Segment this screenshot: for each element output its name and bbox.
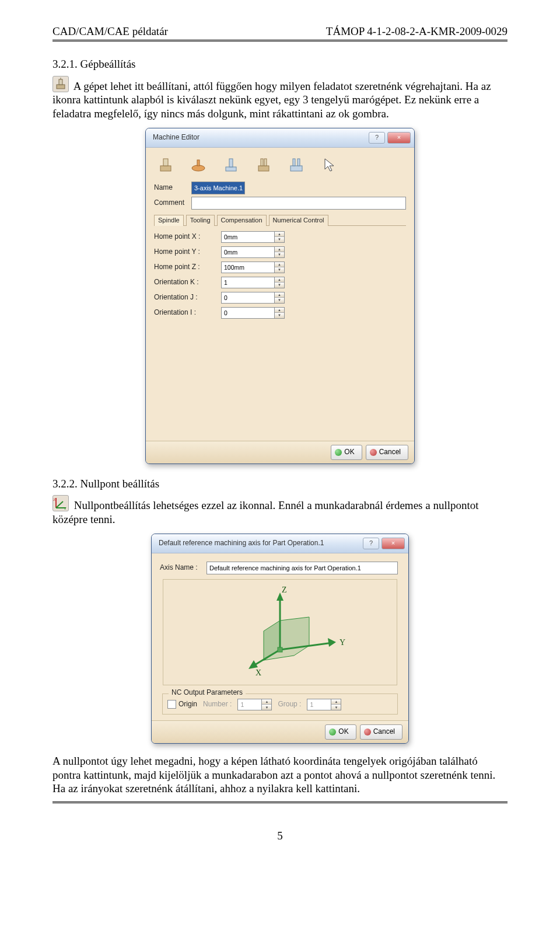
y-axis-label: Y (340, 638, 345, 647)
orient-j-label: Orientation J : (154, 293, 221, 302)
home-x-spinner[interactable]: ▲▼ (221, 231, 285, 243)
svg-text:Y: Y (64, 506, 66, 511)
origin-point (278, 647, 282, 652)
name-input[interactable] (191, 182, 245, 194)
cancel-button[interactable]: Cancel (360, 724, 402, 740)
section-3-2-2-body: Z Y Nullpontbeállítás lehetséges ezzel a… (52, 495, 508, 527)
svg-rect-6 (197, 160, 200, 166)
svg-rect-11 (264, 159, 267, 166)
section-3-2-2-heading: 3.2.2. Nullpont beállítás (52, 477, 508, 491)
axis-dialog: Default reference machining axis for Par… (151, 534, 409, 744)
comment-input[interactable] (191, 197, 406, 210)
machine-4axis-icon[interactable] (253, 156, 274, 175)
axis-name-input[interactable] (206, 562, 398, 574)
home-z-label: Home point Z : (154, 263, 221, 271)
machine-3axis-icon[interactable] (155, 156, 176, 175)
section-3-2-1-body: A gépet lehet itt beállítani, attól függ… (52, 76, 508, 121)
svg-rect-12 (290, 166, 302, 171)
axis-setup-icon: Z Y (52, 495, 69, 511)
help-button[interactable]: ? (363, 538, 379, 549)
svg-text:Z: Z (53, 497, 55, 502)
nc-output-legend: NC Output Parameters (169, 688, 246, 697)
svg-marker-21 (328, 638, 336, 647)
number-spinner: ▲▼ (237, 699, 272, 710)
machine-mill-icon[interactable] (220, 156, 242, 175)
cancel-button[interactable]: Cancel (366, 445, 408, 460)
axis-preview[interactable]: Z Y X (163, 579, 397, 685)
home-x-label: Home point X : (154, 232, 221, 241)
machine-5axis-icon[interactable] (286, 156, 307, 175)
dialog-title: Machine Editor (153, 133, 366, 142)
orient-k-spinner[interactable]: ▲▼ (221, 277, 285, 288)
page-number: 5 (0, 829, 560, 843)
close-button[interactable]: × (382, 538, 405, 549)
dialog-titlebar[interactable]: Machine Editor ? × (146, 128, 414, 148)
tab-tooling[interactable]: Tooling (186, 215, 215, 226)
orient-k-label: Orientation K : (154, 278, 221, 287)
machine-select-icon[interactable] (318, 156, 340, 175)
machine-type-toolbar (154, 155, 406, 180)
origin-checkbox (167, 700, 176, 709)
close-button[interactable]: × (387, 132, 411, 144)
section-3-2-1-heading: 3.2.1. Gépbeállítás (52, 57, 508, 71)
svg-rect-3 (160, 166, 171, 171)
svg-marker-23 (280, 617, 309, 650)
svg-rect-13 (293, 159, 295, 166)
home-y-label: Home point Y : (154, 248, 221, 256)
machine-lathe-icon[interactable] (188, 156, 209, 175)
svg-line-17 (56, 501, 63, 508)
header-right: TÁMOP 4-1-2-08-2-A-KMR-2009-0029 (326, 25, 508, 39)
number-label: Number : (203, 700, 232, 709)
machine-editor-dialog: Machine Editor ? × (145, 128, 415, 464)
home-y-spinner[interactable]: ▲▼ (221, 246, 285, 258)
dialog-title: Default reference machining axis for Par… (159, 539, 360, 548)
orient-i-label: Orientation I : (154, 308, 221, 317)
svg-rect-4 (163, 159, 168, 166)
home-z-spinner[interactable]: ▲▼ (221, 262, 285, 273)
orient-i-spinner[interactable]: ▲▼ (221, 307, 285, 319)
nc-output-group: NC Output Parameters Origin Number : ▲▼ … (162, 693, 398, 715)
origin-option[interactable]: Origin (167, 700, 197, 709)
orient-j-spinner[interactable]: ▲▼ (221, 292, 285, 304)
svg-rect-0 (57, 85, 65, 89)
tab-numerical-control[interactable]: Numerical Control (269, 215, 328, 226)
tab-spindle[interactable]: Spindle (154, 215, 184, 226)
svg-rect-9 (258, 166, 269, 171)
name-label: Name (154, 183, 191, 192)
comment-label: Comment (154, 198, 191, 207)
svg-rect-10 (261, 159, 263, 166)
dialog-titlebar[interactable]: Default reference machining axis for Par… (152, 534, 408, 553)
svg-rect-14 (298, 159, 300, 166)
ok-button[interactable]: OK (331, 445, 362, 460)
closing-paragraph: A nullpontot úgy lehet megadni, hogy a k… (52, 754, 508, 796)
x-axis-label: X (256, 668, 261, 677)
axis-name-label: Axis Name : (160, 563, 206, 572)
svg-rect-1 (59, 79, 62, 85)
spin-up-icon[interactable]: ▲ (275, 232, 284, 238)
header-left: CAD/CAM/CAE példatár (52, 25, 168, 39)
spin-down-icon[interactable]: ▼ (275, 237, 284, 242)
page-header: CAD/CAM/CAE példatár TÁMOP 4-1-2-08-2-A-… (52, 25, 508, 40)
group-label: Group : (278, 700, 301, 709)
z-axis-label: Z (282, 586, 287, 594)
svg-rect-8 (229, 159, 233, 167)
group-spinner: ▲▼ (307, 699, 341, 710)
tab-compensation[interactable]: Compensation (217, 215, 267, 226)
help-button[interactable]: ? (369, 132, 385, 144)
svg-rect-7 (226, 167, 236, 171)
ok-button[interactable]: OK (325, 724, 356, 740)
machine-setup-icon (52, 76, 69, 92)
